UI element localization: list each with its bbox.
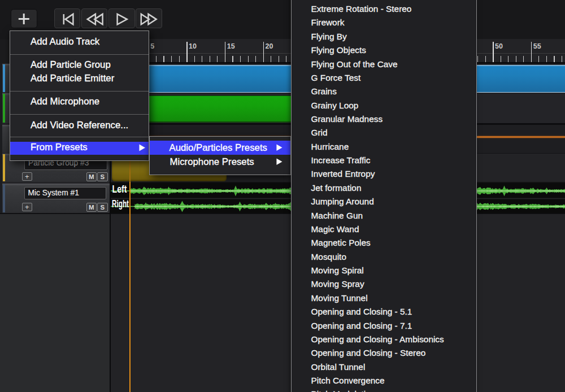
svg-text:Right: Right <box>112 198 129 210</box>
svg-text:Left: Left <box>112 183 128 195</box>
